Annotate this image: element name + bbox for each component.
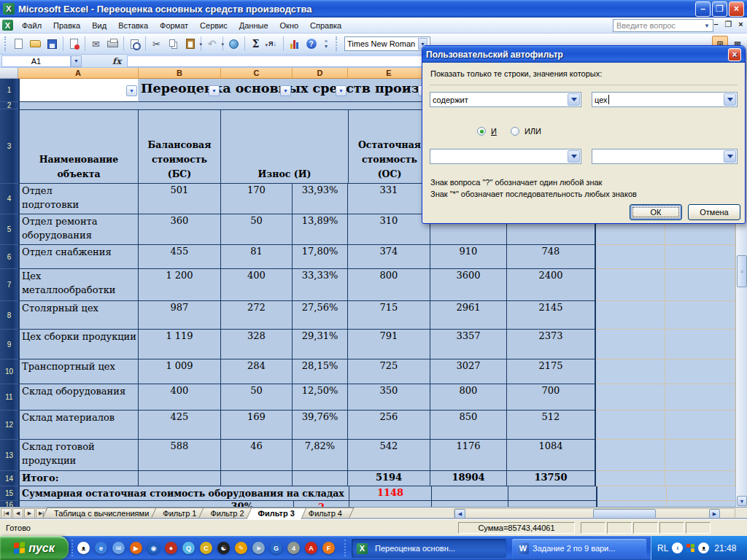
empty-cell[interactable] [596,301,665,330]
total-g[interactable]: 13750 [507,471,596,486]
name-box-dropdown[interactable]: ▼ [71,55,82,67]
cell-pct[interactable]: 33,93% [293,184,348,214]
open-icon[interactable] [28,36,43,52]
cell-f[interactable]: 3357 [430,330,507,359]
menu-item-0[interactable]: Файл [16,19,47,32]
cell-os[interactable]: 791 [348,330,430,359]
cell-os[interactable]: 256 [348,411,430,440]
chevron-down-icon[interactable] [568,93,580,106]
chevron-down-icon[interactable] [724,93,736,106]
menu-item-2[interactable]: Вид [86,19,112,32]
empty-cell[interactable] [596,269,665,301]
row-header-12[interactable]: 12 [0,411,18,440]
cell-os[interactable]: 374 [348,245,430,269]
radio-or-label[interactable]: ИЛИ [525,127,541,136]
empty-cell[interactable] [596,359,665,384]
empty-cell[interactable] [508,486,597,501]
cell-pct[interactable]: 27,56% [293,301,348,330]
cell-g[interactable]: 748 [507,245,596,269]
toolbar-overflow-button[interactable]: »▾ [321,36,331,52]
cell-wear[interactable]: 50 [221,214,293,245]
cell-wear[interactable]: 169 [221,411,293,440]
cell-bs[interactable]: 455 [139,245,221,269]
workbook-close-button[interactable]: × [736,20,746,29]
print-icon[interactable] [105,36,120,52]
radio-and-label[interactable]: И [491,127,497,136]
cell-bs[interactable]: 1 009 [139,359,221,384]
scroll-down-icon[interactable]: ▼ [737,496,747,506]
column-header-D[interactable]: D [293,68,348,79]
cell-os[interactable]: 310 [348,214,430,245]
tray-antivirus-icon[interactable]: ᴥ [698,542,709,553]
cell-f[interactable]: 3027 [430,359,507,384]
cell-name[interactable]: Цех металлообработки [18,269,139,301]
autofilter-dropdown-icon[interactable]: ▼ [280,85,291,96]
insert-hyperlink-icon[interactable] [226,36,241,52]
cancel-button[interactable]: Отмена [688,204,740,220]
quicktime-icon[interactable]: Q [182,542,195,554]
horizontal-scrollbar[interactable]: ◀ ▶ [454,508,735,519]
cell-wear[interactable]: 81 [221,245,293,269]
cell-g[interactable]: 1084 [507,440,596,471]
cell-wear[interactable]: 400 [221,269,293,301]
partial-label[interactable]: 30% [18,501,294,507]
cell-name[interactable]: Отдел подготовки производства [18,184,139,214]
chart-wizard-icon[interactable] [287,36,302,52]
autofilter-dropdown-icon[interactable]: ▼ [336,85,347,96]
globe-icon[interactable]: G [270,542,282,554]
header-cell-residual[interactable]: Остаточная стоимость (ОС) [349,109,431,184]
empty-cell[interactable] [665,301,735,330]
row-header-3[interactable]: 3 [0,109,18,184]
cell-pct[interactable]: 39,76% [293,411,348,440]
cell-wear[interactable]: 328 [221,330,293,359]
cell-pct[interactable]: 7,82% [293,440,348,471]
cell-wear[interactable]: 46 [221,440,293,471]
empty-cell[interactable] [293,102,348,109]
cell-f[interactable]: 2961 [430,301,507,330]
row-header-7[interactable]: 7 [0,269,18,301]
radio-and[interactable] [477,127,486,136]
empty-cell[interactable] [665,411,735,440]
cell-name[interactable]: Цех сборки продукции [18,330,139,359]
cell-wear[interactable]: 284 [221,359,293,384]
empty-cell[interactable] [665,384,735,411]
cell-bs[interactable]: 425 [139,411,221,440]
cell-bs[interactable]: 588 [139,440,221,471]
empty-cell[interactable] [596,330,665,359]
menu-item-7[interactable]: Окно [274,19,305,32]
scroll-left-icon[interactable]: ◀ [454,509,465,518]
preview-icon[interactable] [127,36,142,52]
acrobat-icon[interactable]: A [305,542,317,554]
cell-bs[interactable]: 400 [139,384,221,411]
empty-cell[interactable] [596,245,665,269]
cell-name[interactable]: Склад оборудования [18,384,139,411]
column-header-B[interactable]: B [139,68,221,79]
empty-cell[interactable] [667,501,735,507]
tab-фильтр-3[interactable]: Фильтр 3 [249,508,304,519]
vertical-scroll-thumb[interactable]: ≡ [737,255,747,287]
total-label[interactable]: Итого: [18,471,139,486]
media-player-icon[interactable]: ▶ [130,542,142,554]
cell-os[interactable]: 542 [348,440,430,471]
cell-bs[interactable]: 360 [139,214,221,245]
cell-bs[interactable]: 1 200 [139,269,221,301]
tab-фильтр-2[interactable]: Фильтр 2 [201,508,253,519]
condition-combo-2[interactable] [430,149,581,164]
language-indicator[interactable]: RL [657,543,668,553]
wmp-icon[interactable]: ◉ [147,542,160,554]
new-icon[interactable] [11,36,26,52]
empty-cell[interactable] [139,102,221,109]
minimize-button[interactable]: – [695,1,711,17]
row-header-6[interactable]: 6 [0,245,18,269]
value-combo-1[interactable]: цех [592,92,738,107]
cell-pct[interactable]: 33,33% [293,269,348,301]
yin-yang-icon[interactable]: ☯ [217,542,230,554]
row-header-13[interactable]: 13 [0,440,18,471]
row-header-5[interactable]: 5 [0,214,18,245]
tray-windows-icon[interactable] [686,544,694,552]
cell-wear[interactable]: 272 [221,301,293,330]
cell-f[interactable]: 1176 [430,440,507,471]
dialog-close-icon[interactable]: × [728,48,741,61]
row-header-2[interactable]: 2 [0,102,18,109]
tab-таблица-с-вычислениями[interactable]: Таблица с вычислениями [44,508,158,519]
